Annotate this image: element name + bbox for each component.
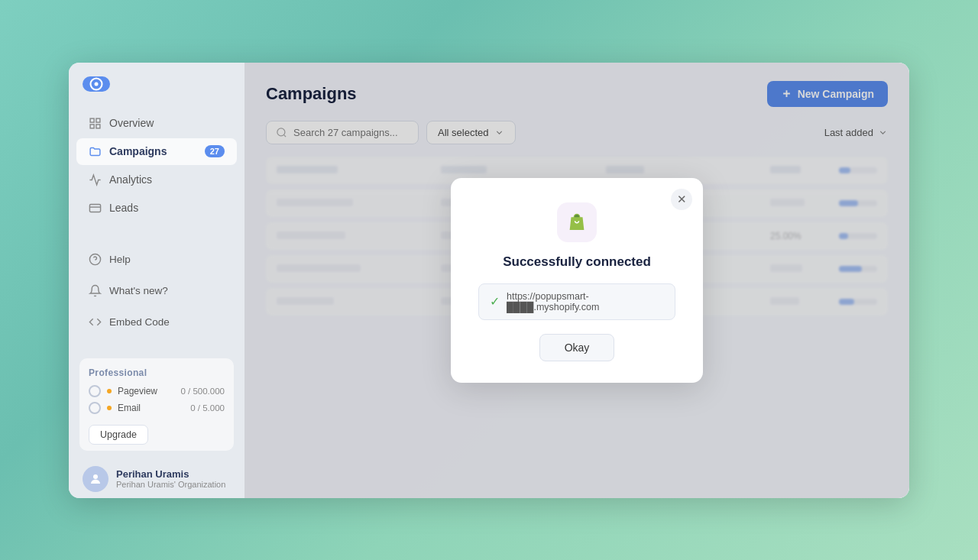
sidebar: Overview Campaigns 27 Analytics Leads [69,63,244,498]
user-org: Perihan Uramis' Organization [116,480,225,489]
upgrade-button[interactable]: Upgrade [89,425,148,445]
success-modal: ✕ Successfully connected ✓ https://popup… [451,178,703,383]
modal-close-button[interactable]: ✕ [671,189,692,210]
shopify-icon [565,211,588,234]
sidebar-item-help[interactable]: Help [76,246,237,273]
app-logo[interactable] [83,76,110,92]
help-icon [89,253,102,266]
chart-icon [89,173,102,186]
code-icon [89,316,102,329]
sidebar-item-overview[interactable]: Overview [76,110,237,137]
sidebar-bottom: Help What's new? Embed Code [69,238,244,343]
svg-rect-5 [96,124,100,128]
pro-title: Professional [89,367,225,378]
sidebar-item-label: Overview [109,117,154,129]
grid-icon [89,117,102,130]
connected-url: https://popupsmart-████.myshopify.com [507,291,664,312]
svg-rect-2 [90,118,94,122]
pro-section: Professional Pageview 0 / 500.000 Email … [79,358,234,451]
app-window: Overview Campaigns 27 Analytics Leads [69,63,909,498]
pageview-label: Pageview [118,386,174,397]
sidebar-analytics-label: Analytics [109,173,152,186]
okay-button[interactable]: Okay [539,334,615,361]
avatar [83,466,108,492]
folder-icon [89,145,102,158]
sidebar-leads-label: Leads [109,202,138,214]
card-icon [89,202,102,215]
email-label: Email [118,403,184,413]
main-content: Campaigns New Campaign All selected Last… [244,63,909,498]
sidebar-nav: Overview Campaigns 27 Analytics Leads [69,108,244,223]
embed-code-label: Embed Code [109,316,170,328]
sidebar-item-whats-new[interactable]: What's new? [76,277,237,304]
svg-rect-6 [89,204,100,212]
user-row[interactable]: Perihan Uramis Perihan Uramis' Organizat… [69,458,244,495]
sidebar-item-campaigns[interactable]: Campaigns 27 [76,138,237,165]
svg-point-1 [95,82,99,86]
modal-title: Successfully connected [503,254,651,270]
sidebar-item-analytics[interactable]: Analytics [76,167,237,193]
sidebar-campaigns-label: Campaigns [109,145,167,157]
pageview-count: 0 / 500.000 [180,387,225,396]
check-icon: ✓ [490,294,500,309]
campaigns-badge: 27 [205,145,225,157]
email-count: 0 / 5.000 [190,403,225,413]
bell-icon [89,284,102,297]
modal-overlay: ✕ Successfully connected ✓ https://popup… [244,63,909,498]
svg-rect-4 [90,124,94,128]
sidebar-item-embed-code[interactable]: Embed Code [76,309,237,335]
pageview-dot [107,389,112,393]
email-dot [107,406,112,410]
svg-point-10 [93,474,98,479]
pro-row-pageview: Pageview 0 / 500.000 [89,385,225,397]
user-name: Perihan Uramis [116,468,225,480]
pageview-circle [89,385,101,397]
sidebar-item-leads[interactable]: Leads [76,195,237,222]
help-label: Help [109,254,131,265]
pro-row-email: Email 0 / 5.000 [89,402,225,414]
email-circle [89,402,101,414]
svg-rect-3 [96,118,100,122]
connected-url-row: ✓ https://popupsmart-████.myshopify.com [478,283,675,320]
shopify-icon-container [557,202,597,242]
whats-new-label: What's new? [109,285,168,296]
user-info: Perihan Uramis Perihan Uramis' Organizat… [116,468,225,489]
